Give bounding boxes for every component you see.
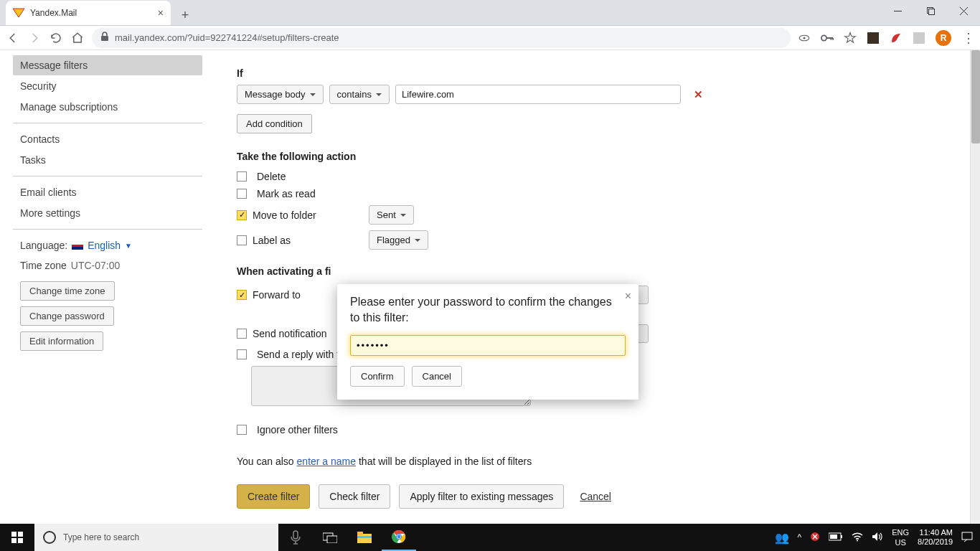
tray-lang2[interactable]: US (892, 537, 909, 547)
extension-1-icon[interactable] (867, 32, 880, 44)
edit-information-button[interactable]: Edit information (20, 331, 103, 351)
window-titlebar: Yandex.Mail × + (0, 0, 980, 26)
timezone-row: Time zone UTC-07:00 (13, 255, 202, 276)
divider (13, 176, 202, 176)
taskbar-search[interactable]: Type here to search (34, 524, 278, 551)
confirm-button[interactable]: Confirm (350, 366, 405, 387)
apply-filter-button[interactable]: Apply filter to existing messages (399, 484, 564, 509)
sidebar-item-contacts[interactable]: Contacts (13, 129, 202, 149)
star-icon[interactable] (844, 32, 857, 44)
create-filter-button[interactable]: Create filter (237, 484, 310, 509)
svg-point-6 (804, 37, 806, 39)
delete-checkbox[interactable] (237, 171, 247, 182)
task-view-icon[interactable] (313, 524, 347, 551)
key-icon[interactable] (821, 32, 834, 44)
check-filter-button[interactable]: Check filter (319, 484, 390, 509)
sidebar-item-subscriptions[interactable]: Manage subscriptions (13, 97, 202, 117)
window-controls (881, 0, 980, 26)
change-password-button[interactable]: Change password (20, 306, 114, 326)
password-input[interactable] (350, 335, 626, 356)
page-content: Message filters Security Manage subscrip… (0, 50, 980, 524)
cancel-button[interactable]: Cancel (412, 366, 462, 387)
operator-dropdown[interactable]: contains (329, 85, 390, 104)
change-timezone-button[interactable]: Change time zone (20, 281, 115, 301)
extension-3-icon[interactable] (913, 32, 925, 44)
extension-2-icon[interactable] (890, 32, 903, 44)
when-activating-label: When activating a fi (237, 265, 710, 277)
svg-point-7 (821, 35, 826, 40)
scrollbar-thumb[interactable] (971, 50, 980, 143)
tray-chevron-icon[interactable]: ^ (798, 532, 802, 542)
field-dropdown[interactable]: Message body (237, 85, 324, 104)
new-tab-button[interactable]: + (175, 5, 195, 25)
file-explorer-icon[interactable] (347, 524, 382, 551)
condition-row: Message body contains Lifewire.com ✕ (237, 85, 710, 104)
svg-point-28 (857, 540, 858, 541)
browser-menu-icon[interactable]: ⋮ (961, 32, 974, 44)
sidebar-item-message-filters[interactable]: Message filters (13, 55, 202, 75)
cancel-link[interactable]: Cancel (580, 491, 611, 502)
browser-toolbar: mail.yandex.com/?uid=922741224#setup/fil… (0, 26, 980, 50)
sidebar-item-email-clients[interactable]: Email clients (13, 182, 202, 202)
forward-checkbox[interactable] (237, 290, 247, 300)
people-icon[interactable]: 👥 (775, 531, 789, 545)
tray-lang1[interactable]: ENG (892, 527, 909, 537)
maximize-button[interactable] (914, 0, 947, 22)
tab-title: Yandex.Mail (30, 8, 152, 18)
profile-avatar[interactable]: R (936, 30, 951, 46)
add-condition-button[interactable]: Add condition (237, 114, 312, 133)
chrome-icon[interactable] (382, 524, 416, 551)
forward-button[interactable] (27, 31, 42, 45)
reload-button[interactable] (49, 31, 63, 45)
page-scrollbar[interactable] (970, 50, 980, 524)
label-as-checkbox[interactable] (237, 235, 247, 245)
system-tray: 👥 ^ ENG US 11:40 AM 8/20/2019 (768, 527, 980, 548)
back-button[interactable] (6, 31, 20, 45)
mic-icon[interactable] (278, 524, 313, 551)
notification-checkbox[interactable] (237, 329, 247, 339)
browser-tab[interactable]: Yandex.Mail × (6, 1, 171, 25)
ignore-filters-checkbox[interactable] (237, 425, 247, 435)
wifi-icon[interactable] (852, 532, 863, 544)
battery-icon[interactable] (829, 532, 843, 543)
timezone-label: Time zone (20, 260, 67, 271)
modal-title: Please enter your password to confirm th… (350, 294, 626, 326)
sidebar-item-more-settings[interactable]: More settings (13, 203, 202, 223)
mark-read-checkbox[interactable] (237, 189, 247, 199)
enter-name-link[interactable]: enter a name (297, 456, 357, 467)
modal-close-icon[interactable]: × (625, 290, 631, 303)
tab-favicon-icon (13, 7, 24, 19)
close-window-button[interactable] (947, 0, 980, 22)
svg-rect-4 (101, 36, 108, 41)
tray-status-icon[interactable] (810, 532, 820, 544)
settings-sidebar: Message filters Security Manage subscrip… (0, 50, 215, 524)
language-label: Language: (20, 240, 67, 251)
mark-read-label: Mark as read (257, 188, 316, 199)
volume-icon[interactable] (872, 532, 883, 544)
reply-checkbox[interactable] (237, 349, 247, 359)
action-section-label: Take the following action (237, 151, 710, 162)
remove-condition-icon[interactable]: ✕ (694, 88, 703, 101)
tab-close-icon[interactable]: × (158, 7, 164, 19)
footer-buttons: Create filter Check filter Apply filter … (237, 484, 710, 509)
language-value: English (88, 240, 121, 251)
minimize-button[interactable] (881, 0, 914, 22)
chevron-down-icon (310, 93, 316, 96)
label-dropdown[interactable]: Flagged (369, 230, 428, 250)
start-button[interactable] (0, 524, 34, 551)
svg-rect-12 (11, 538, 17, 543)
move-folder-checkbox[interactable] (237, 210, 247, 220)
home-button[interactable] (70, 31, 85, 45)
sidebar-item-tasks[interactable]: Tasks (13, 150, 202, 170)
folder-dropdown[interactable]: Sent (369, 205, 414, 225)
eye-icon[interactable] (798, 32, 811, 44)
tray-clock[interactable]: 11:40 AM 8/20/2019 (918, 528, 953, 547)
address-bar[interactable]: mail.yandex.com/?uid=922741224#setup/fil… (92, 28, 791, 48)
notifications-icon[interactable] (961, 531, 973, 545)
sidebar-item-security[interactable]: Security (13, 76, 202, 96)
svg-rect-13 (18, 538, 23, 543)
svg-rect-9 (913, 32, 925, 44)
svg-rect-11 (18, 532, 23, 537)
language-row[interactable]: Language: English ▼ (13, 235, 202, 255)
condition-value-input[interactable]: Lifewire.com (395, 85, 681, 104)
